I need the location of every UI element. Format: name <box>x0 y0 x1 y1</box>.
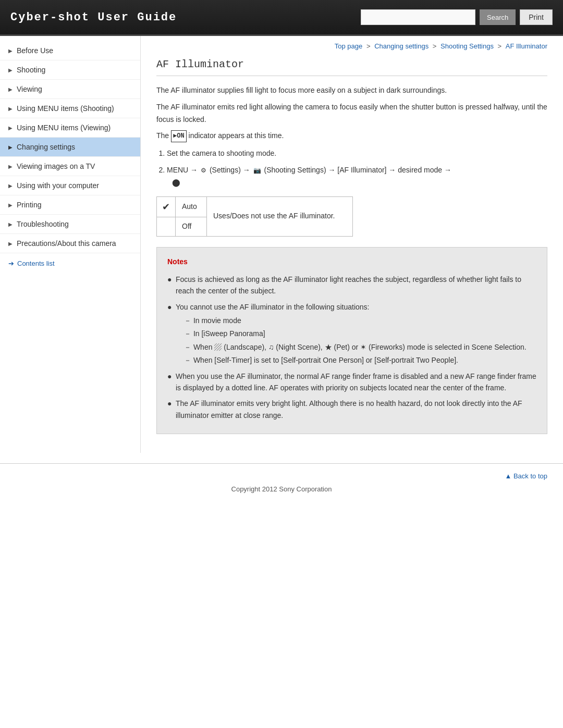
sidebar-item-0[interactable]: ▶Before Use <box>0 41 140 60</box>
sub-note-3: When ▨ (Landscape), ♫ (Night Scene), ★ (… <box>184 341 536 353</box>
sidebar-label-2: Viewing <box>17 85 42 93</box>
sidebar-arrow-4: ▶ <box>8 125 13 131</box>
step-list: Set the camera to shooting mode. MENU → … <box>167 147 547 189</box>
sidebar-label-3: Using MENU items (Shooting) <box>17 104 114 113</box>
sidebar-label-6: Viewing images on a TV <box>17 162 95 170</box>
night-scene-icon: ♫ <box>268 343 274 351</box>
sidebar-item-10[interactable]: ▶Precautions/About this camera <box>0 234 140 253</box>
sidebar-label-9: Troubleshooting <box>17 220 69 228</box>
page-title: AF Illuminator <box>156 58 547 76</box>
pet-icon: ★ <box>325 343 332 351</box>
sidebar-label-10: Precautions/About this camera <box>17 239 116 248</box>
sidebar-label-4: Using MENU items (Viewing) <box>17 124 111 132</box>
sidebar-item-7[interactable]: ▶Using with your computer <box>0 176 140 195</box>
sidebar-arrow-10: ▶ <box>8 241 13 246</box>
check-cell-1 <box>157 217 176 237</box>
main-layout: ▶Before Use▶Shooting▶Viewing▶Using MENU … <box>0 36 563 453</box>
sidebar-item-8[interactable]: ▶Printing <box>0 195 140 215</box>
intro-paragraph-2: The AF illuminator emits red light allow… <box>156 101 547 126</box>
breadcrumb-sep-2: > <box>433 42 438 50</box>
camera-icon: 📷 <box>253 165 261 176</box>
desc-cell-0: Uses/Does not use the AF illuminator. <box>207 196 353 236</box>
label-cell-1: Off <box>176 217 207 237</box>
note-4: The AF illuminator emits very bright lig… <box>167 398 536 421</box>
landscape-icon: ▨ <box>214 343 222 351</box>
notes-title: Notes <box>167 256 536 268</box>
breadcrumb-changing-settings[interactable]: Changing settings <box>374 42 429 50</box>
breadcrumb-sep-1: > <box>366 42 372 50</box>
table-row: ✔AutoUses/Does not use the AF illuminato… <box>157 196 353 217</box>
sidebar-label-7: Using with your computer <box>17 181 99 190</box>
sidebar-arrow-8: ▶ <box>8 202 13 208</box>
site-title: Cyber-shot User Guide <box>10 11 177 24</box>
sidebar-label-1: Shooting <box>17 66 45 74</box>
sidebar-arrow-9: ▶ <box>8 221 13 227</box>
header: Cyber-shot User Guide Search Print <box>0 0 563 36</box>
note-1: Focus is achieved as long as the AF illu… <box>167 274 536 297</box>
intro-paragraph-3: The ►ON indicator appears at this time. <box>156 130 547 142</box>
breadcrumb-top-page[interactable]: Top page <box>335 42 363 50</box>
sidebar-label-8: Printing <box>17 201 41 209</box>
notes-list: Focus is achieved as long as the AF illu… <box>167 274 536 421</box>
breadcrumb: Top page > Changing settings > Shooting … <box>156 36 547 58</box>
breadcrumb-shooting-settings[interactable]: Shooting Settings <box>440 42 494 50</box>
sidebar-label-0: Before Use <box>17 46 53 55</box>
sidebar-arrow-7: ▶ <box>8 183 13 189</box>
contents-list-label: Contents list <box>17 260 55 267</box>
sub-note-1: In movie mode <box>184 315 536 326</box>
sub-note-2: In [iSweep Panorama] <box>184 328 536 339</box>
search-input[interactable] <box>361 9 475 25</box>
step-1: Set the camera to shooting mode. <box>167 147 547 160</box>
check-cell-0: ✔ <box>157 196 176 217</box>
sidebar-label-5: Changing settings <box>17 143 75 151</box>
step-2: MENU → ⚙ (Settings) → 📷 (Shooting Settin… <box>167 164 547 189</box>
sidebar-item-6[interactable]: ▶Viewing images on a TV <box>0 157 140 176</box>
sub-note-4: When [Self-Timer] is set to [Self-portra… <box>184 354 536 366</box>
sidebar-arrow-1: ▶ <box>8 67 13 73</box>
back-to-top[interactable]: ▲ Back to top <box>16 472 547 480</box>
arrow-right-icon: ➔ <box>8 260 14 267</box>
sidebar-item-2[interactable]: ▶Viewing <box>0 80 140 99</box>
label-cell-0: Auto <box>176 196 207 217</box>
copyright: Copyright 2012 Sony Corporation <box>16 485 547 493</box>
contents-list-link[interactable]: ➔ Contents list <box>0 253 140 274</box>
sidebar: ▶Before Use▶Shooting▶Viewing▶Using MENU … <box>0 36 141 453</box>
notes-box: Notes Focus is achieved as long as the A… <box>156 247 547 434</box>
note-2-sublist: In movie mode In [iSweep Panorama] When … <box>176 315 536 366</box>
footer: ▲ Back to top Copyright 2012 Sony Corpor… <box>0 463 563 501</box>
content-body: The AF illuminator supplies fill light t… <box>156 84 547 434</box>
sidebar-arrow-5: ▶ <box>8 144 13 150</box>
sidebar-arrow-6: ▶ <box>8 164 13 169</box>
on-indicator: ►ON <box>171 130 187 142</box>
fireworks-icon: ✶ <box>360 343 366 351</box>
settings-icon: ⚙ <box>201 165 206 176</box>
breadcrumb-sep-3: > <box>498 42 504 50</box>
sidebar-item-1[interactable]: ▶Shooting <box>0 60 140 80</box>
header-controls: Search Print <box>361 9 553 25</box>
sidebar-arrow-3: ▶ <box>8 106 13 112</box>
sidebar-arrow-0: ▶ <box>8 48 13 54</box>
sidebar-item-4[interactable]: ▶Using MENU items (Viewing) <box>0 118 140 138</box>
content-area: Top page > Changing settings > Shooting … <box>141 36 563 453</box>
print-button[interactable]: Print <box>520 9 553 25</box>
sidebar-item-9[interactable]: ▶Troubleshooting <box>0 215 140 234</box>
sidebar-item-5[interactable]: ▶Changing settings <box>0 138 140 157</box>
intro-paragraph-1: The AF illuminator supplies fill light t… <box>156 84 547 97</box>
search-button[interactable]: Search <box>480 9 516 25</box>
settings-table: ✔AutoUses/Does not use the AF illuminato… <box>156 196 353 237</box>
note-3: When you use the AF illuminator, the nor… <box>167 371 536 394</box>
back-to-top-link[interactable]: ▲ Back to top <box>505 472 547 480</box>
note-2: You cannot use the AF illuminator in the… <box>167 301 536 366</box>
sidebar-arrow-2: ▶ <box>8 87 13 92</box>
sidebar-item-3[interactable]: ▶Using MENU items (Shooting) <box>0 99 140 118</box>
breadcrumb-current: AF Illuminator <box>506 42 547 50</box>
